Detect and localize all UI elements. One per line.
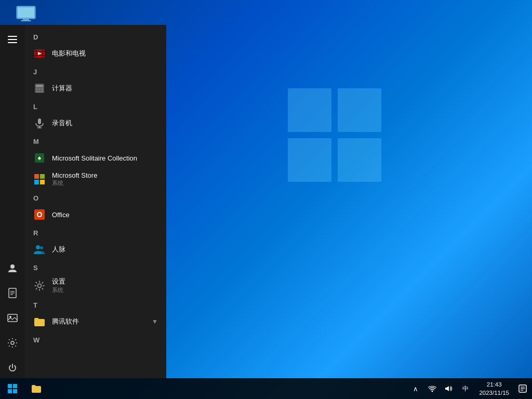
app-calculator[interactable]: 计算器 xyxy=(25,78,166,99)
tray-network-icon[interactable] xyxy=(425,378,440,399)
svg-rect-41 xyxy=(34,180,39,184)
svg-rect-9 xyxy=(8,39,17,40)
svg-text:O: O xyxy=(37,210,43,219)
app-movies-tv[interactable]: 电影和电视 xyxy=(25,43,166,64)
svg-rect-8 xyxy=(8,36,17,37)
user-profile-button[interactable] xyxy=(2,258,23,278)
app-tencent-folder[interactable]: 腾讯软件 ▼ xyxy=(25,311,166,332)
tray-notification-icon[interactable] xyxy=(515,378,530,399)
svg-rect-39 xyxy=(34,174,39,179)
section-s: S xyxy=(25,260,166,274)
office-name: Office xyxy=(52,211,70,219)
section-o: O xyxy=(25,190,166,204)
solitaire-name: Microsoft Solitaire Collection xyxy=(52,154,137,162)
movies-tv-name: 电影和电视 xyxy=(52,49,86,58)
app-settings[interactable]: 设置 系统 xyxy=(25,274,166,297)
recorder-name: 录音机 xyxy=(52,118,72,128)
microsoft-store-sub: 系统 xyxy=(52,179,97,187)
svg-rect-27 xyxy=(36,88,38,90)
calculator-name: 计算器 xyxy=(52,84,72,93)
tencent-name: 腾讯软件 xyxy=(52,317,79,326)
tray-date: 2023/11/15 xyxy=(479,389,509,397)
app-solitaire[interactable]: ♠ Microsoft Solitaire Collection xyxy=(25,148,166,168)
section-j: J xyxy=(25,64,166,78)
svg-rect-22 xyxy=(36,49,37,58)
section-r: R xyxy=(25,225,166,239)
svg-rect-40 xyxy=(40,174,45,179)
svg-point-52 xyxy=(432,391,433,392)
svg-rect-1 xyxy=(338,88,381,132)
svg-rect-5 xyxy=(18,7,34,18)
svg-point-46 xyxy=(40,246,43,249)
hamburger-menu-button[interactable] xyxy=(2,29,23,50)
app-recorder[interactable]: 录音机 xyxy=(25,113,166,134)
taskbar-tray: ∧ 中 xyxy=(408,378,532,399)
tray-chevron[interactable]: ∧ xyxy=(408,378,423,399)
solitaire-icon: ♠ xyxy=(33,152,46,164)
tray-language-icon[interactable]: 中 xyxy=(458,378,473,399)
taskbar: ∧ 中 xyxy=(0,378,532,399)
svg-rect-33 xyxy=(41,91,43,92)
settings-icon xyxy=(33,280,46,292)
app-office[interactable]: O Office xyxy=(25,204,166,225)
start-app-list[interactable]: D 电影和电视 J xyxy=(25,25,166,378)
svg-rect-16 xyxy=(8,314,17,322)
svg-rect-51 xyxy=(13,389,17,393)
section-t: T xyxy=(25,297,166,311)
tray-time: 21:43 xyxy=(487,380,502,389)
svg-rect-29 xyxy=(41,88,43,90)
svg-rect-10 xyxy=(8,42,17,43)
office-icon: O xyxy=(33,208,46,221)
svg-rect-50 xyxy=(8,389,12,393)
this-pc-icon xyxy=(16,5,36,22)
tray-clock[interactable]: 21:43 2023/11/15 xyxy=(475,378,513,399)
photos-button[interactable] xyxy=(2,308,23,328)
svg-rect-26 xyxy=(36,85,43,87)
svg-rect-2 xyxy=(288,138,331,182)
recorder-icon xyxy=(33,117,46,129)
svg-point-18 xyxy=(11,341,14,344)
svg-rect-3 xyxy=(338,138,381,182)
folder-expand-icon: ▼ xyxy=(152,318,158,325)
start-menu: D 电影和电视 J xyxy=(0,25,166,378)
svg-rect-7 xyxy=(21,20,31,21)
svg-rect-34 xyxy=(38,118,41,124)
people-icon xyxy=(33,243,46,256)
svg-point-11 xyxy=(10,264,15,269)
svg-rect-23 xyxy=(43,49,44,58)
people-name: 人脉 xyxy=(52,245,65,254)
movies-tv-icon xyxy=(33,47,46,60)
section-l: L xyxy=(25,99,166,113)
svg-rect-30 xyxy=(36,91,38,92)
start-sidebar xyxy=(0,25,25,378)
tray-volume-icon[interactable] xyxy=(442,378,456,399)
app-people[interactable]: 人脉 xyxy=(25,239,166,260)
svg-rect-48 xyxy=(8,384,12,388)
taskbar-file-explorer[interactable] xyxy=(25,378,48,399)
svg-rect-49 xyxy=(13,384,17,388)
svg-rect-6 xyxy=(23,19,29,20)
svg-text:♠: ♠ xyxy=(38,154,42,162)
tencent-folder-icon xyxy=(33,315,46,328)
svg-rect-42 xyxy=(40,180,45,184)
power-button[interactable] xyxy=(2,357,23,378)
section-m: M xyxy=(25,134,166,148)
calculator-icon xyxy=(33,82,46,95)
svg-point-47 xyxy=(38,284,42,287)
settings-name: 设置 xyxy=(52,277,65,286)
microsoft-store-name: Microsoft Store xyxy=(52,171,97,179)
microsoft-store-icon xyxy=(33,173,46,185)
documents-button[interactable] xyxy=(2,283,23,303)
app-microsoft-store[interactable]: Microsoft Store 系统 xyxy=(25,168,166,190)
svg-point-45 xyxy=(36,245,40,249)
windows-logo-decoration xyxy=(283,83,387,187)
start-button[interactable] xyxy=(0,378,25,399)
svg-rect-28 xyxy=(38,88,41,90)
tray-language-label: 中 xyxy=(462,384,469,393)
section-d: D xyxy=(25,29,166,43)
settings-sub: 系统 xyxy=(52,286,65,294)
svg-rect-0 xyxy=(288,88,331,132)
sidebar-settings-button[interactable] xyxy=(2,332,23,353)
desktop: 此电脑 xyxy=(0,0,532,399)
svg-rect-31 xyxy=(38,91,41,92)
